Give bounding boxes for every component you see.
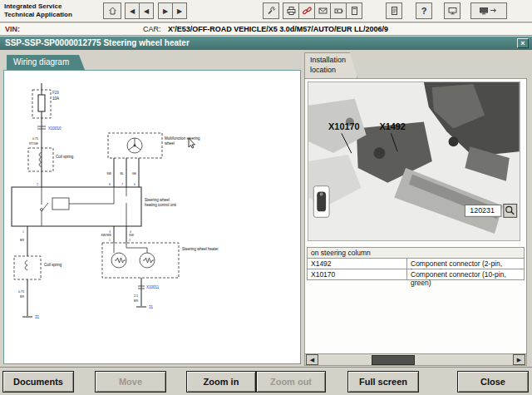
horizontal-scrollbar[interactable]: ◀ ▶ (305, 353, 526, 365)
scroll-left-icon: ◀ (310, 357, 314, 363)
wiring-diagram: F29 10A X10010 0.75 RT/GE Coil spring Mu… (4, 71, 300, 363)
pin-7: 7 (121, 183, 123, 186)
back-icon: ◀ (130, 7, 135, 15)
close-document-button[interactable]: × (517, 38, 529, 48)
app-title-line1: Integrated Service (4, 2, 72, 11)
tools-button[interactable] (263, 2, 279, 19)
forward-alt-button[interactable]: ▶ (172, 2, 187, 19)
close-button[interactable]: Close (457, 371, 529, 393)
coil-spring-bottom-box (14, 256, 41, 279)
forward-alt-icon: ▶ (177, 7, 182, 15)
wire-color-bottom: BR (20, 295, 24, 299)
battery-button[interactable] (330, 2, 347, 19)
photo-label-x10170: X10170 (328, 121, 360, 131)
screen-switch-icon (478, 6, 500, 16)
image-number: 120231 (470, 206, 495, 215)
wire-color-heater: BR (134, 299, 138, 303)
close-icon: × (520, 39, 525, 47)
scroll-right-button[interactable]: ▶ (513, 354, 525, 365)
wrench-icon (266, 6, 277, 16)
scroll-right-icon: ▶ (517, 357, 521, 363)
app-title-line2: Technical Application (4, 11, 72, 19)
fuse-rating-label: 10A (52, 96, 59, 101)
connector-description: Component connector (10-pin, green) (407, 269, 524, 279)
tab-installation-label-1: Installation (310, 56, 357, 66)
fuse-symbol (38, 95, 45, 111)
footer-button-bar: Documents Move Zoom in Zoom out Full scr… (0, 367, 532, 395)
zoom-out-button[interactable]: Zoom out (256, 371, 326, 393)
installation-photo-image: X10170 X1492 120231 (308, 82, 520, 240)
forward-button[interactable]: ▶ (158, 2, 173, 19)
fuse-name-label[interactable]: F29 (52, 91, 59, 95)
connector-code: X10170 (308, 269, 407, 279)
link-button[interactable] (298, 2, 315, 19)
terminal-31-left[interactable]: 31 (35, 315, 40, 319)
wire-sw-label: SW (106, 172, 111, 175)
documents-button[interactable]: Documents (2, 371, 74, 393)
full-screen-button[interactable]: Full screen (347, 371, 419, 393)
wire-bl-label: BL (121, 172, 124, 175)
heater-pin-1: 1 (109, 239, 111, 242)
scroll-left-button[interactable]: ◀ (306, 354, 318, 365)
help-button[interactable]: ? (416, 2, 432, 19)
vin-label: VIN: (5, 25, 20, 33)
home-button[interactable] (103, 2, 121, 19)
location-table-row[interactable]: X10170 Component connector (10-pin, gree… (307, 269, 525, 280)
heater-pin-2: 2 (129, 239, 131, 242)
forward-icon: ▶ (163, 7, 168, 15)
tab-installation-location[interactable]: Installation location (304, 52, 357, 78)
coil-spring-top-label: Coil spring (56, 155, 74, 159)
wire-br-label: BR (20, 239, 24, 242)
battery-icon (333, 6, 344, 16)
calculator-icon (349, 6, 360, 16)
control-unit-box (12, 187, 141, 226)
control-unit-label-1: Steering wheel (145, 198, 170, 202)
monitor-button[interactable] (444, 2, 461, 19)
link-icon (302, 6, 313, 16)
move-button[interactable]: Move (95, 371, 166, 393)
help-icon: ? (421, 6, 427, 16)
coil-spring-top-box (28, 148, 53, 171)
tab-wiring-label: Wiring diagram (13, 57, 69, 67)
location-table-row[interactable]: X1492 Component connector (2-pin, bordea… (307, 259, 525, 269)
scrollbar-thumb[interactable] (372, 355, 415, 365)
mail-button[interactable] (314, 2, 331, 19)
installation-location-panel: X10170 X1492 120231 (304, 78, 527, 366)
back-alt-icon: ◀ (144, 7, 149, 15)
wire-gauge-heater: 2.5 (134, 294, 138, 298)
pin-2: 2 (37, 183, 38, 186)
zoom-in-button[interactable]: Zoom in (186, 371, 256, 393)
image-number-box: 120231 (465, 205, 501, 216)
connector-code: X1492 (308, 259, 407, 269)
connector-bottom-label[interactable]: X10011 (146, 285, 160, 289)
installation-photo: X10170 X1492 120231 (308, 81, 520, 241)
document-button[interactable] (386, 2, 402, 19)
wiring-diagram-panel: F29 10A X10010 0.75 RT/GE Coil spring Mu… (3, 70, 301, 364)
print-button[interactable] (283, 2, 299, 19)
location-table-header: on steering column (307, 247, 525, 259)
pin-8: 8 (109, 183, 111, 186)
magnifier-button[interactable] (504, 204, 517, 217)
pin-1: 1 (22, 230, 24, 234)
app-window: Integrated Service Technical Application… (0, 0, 532, 395)
tab-installation-label-2: location (310, 66, 357, 76)
mfl-label-1: Multifunction steering (165, 136, 200, 141)
tab-wiring-diagram[interactable]: Wiring diagram (7, 55, 85, 70)
car-label: CAR: (143, 25, 161, 33)
control-unit-label-2: heating control unit (145, 203, 177, 207)
photo-label-x1492: X1492 (379, 121, 405, 131)
document-icon (389, 6, 400, 16)
calculator-button[interactable] (346, 2, 362, 19)
terminal-31-right[interactable]: 31 (149, 305, 154, 309)
back-button[interactable]: ◀ (125, 2, 140, 19)
top-toolbar: Integrated Service Technical Application… (0, 0, 532, 22)
pin-6: 6 (134, 183, 135, 186)
home-icon (107, 6, 118, 16)
app-title: Integrated Service Technical Application (4, 2, 72, 19)
mfl-label-2: wheel (165, 141, 175, 146)
connector-top-label[interactable]: X10010 (48, 126, 62, 131)
back-alt-button[interactable]: ◀ (139, 2, 154, 19)
wire-color-top: RT/GE (29, 142, 39, 146)
printer-icon (286, 6, 297, 16)
screen-switch-button[interactable] (470, 2, 507, 19)
